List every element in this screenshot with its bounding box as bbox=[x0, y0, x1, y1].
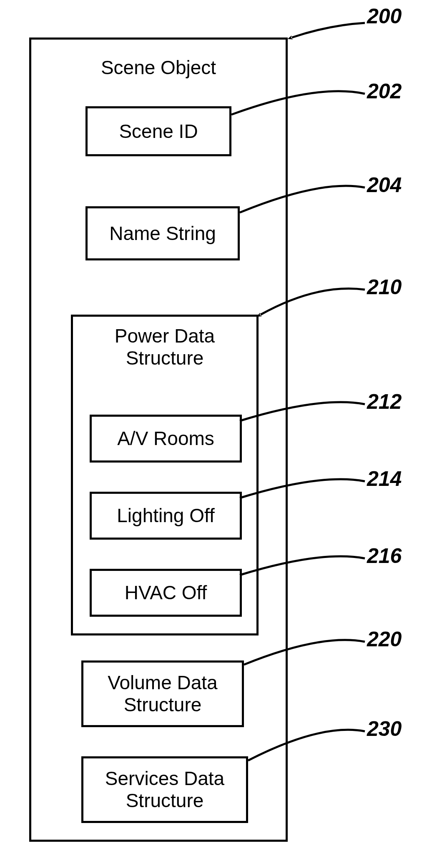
scene-id-box: Scene ID bbox=[85, 106, 231, 156]
power-data-structure-box: Power DataStructure A/V Rooms Lighting O… bbox=[71, 315, 259, 635]
scene-object-box: Scene Object Scene ID Name String Power … bbox=[29, 38, 288, 842]
ref-230: 230 bbox=[367, 717, 402, 741]
lighting-off-box: Lighting Off bbox=[90, 492, 242, 540]
hvac-off-label: HVAC Off bbox=[125, 582, 207, 604]
av-rooms-label: A/V Rooms bbox=[117, 428, 214, 450]
av-rooms-box: A/V Rooms bbox=[90, 415, 242, 463]
scene-object-title: Scene Object bbox=[31, 56, 286, 79]
ref-200: 200 bbox=[367, 4, 402, 28]
hvac-off-box: HVAC Off bbox=[90, 569, 242, 617]
name-string-box: Name String bbox=[85, 206, 240, 260]
volume-data-label: Volume DataStructure bbox=[108, 672, 217, 716]
ref-210: 210 bbox=[367, 275, 402, 299]
services-data-box: Services DataStructure bbox=[81, 756, 248, 823]
volume-data-box: Volume DataStructure bbox=[81, 660, 244, 727]
scene-id-label: Scene ID bbox=[119, 120, 198, 143]
ref-204: 204 bbox=[367, 173, 402, 197]
ref-216: 216 bbox=[367, 544, 402, 568]
power-data-title: Power DataStructure bbox=[73, 325, 256, 369]
ref-220: 220 bbox=[367, 627, 402, 651]
ref-214: 214 bbox=[367, 467, 402, 491]
name-string-label: Name String bbox=[109, 223, 216, 245]
services-data-label: Services DataStructure bbox=[105, 768, 224, 812]
lighting-off-label: Lighting Off bbox=[117, 505, 214, 527]
ref-212: 212 bbox=[367, 390, 402, 414]
ref-202: 202 bbox=[367, 79, 402, 103]
